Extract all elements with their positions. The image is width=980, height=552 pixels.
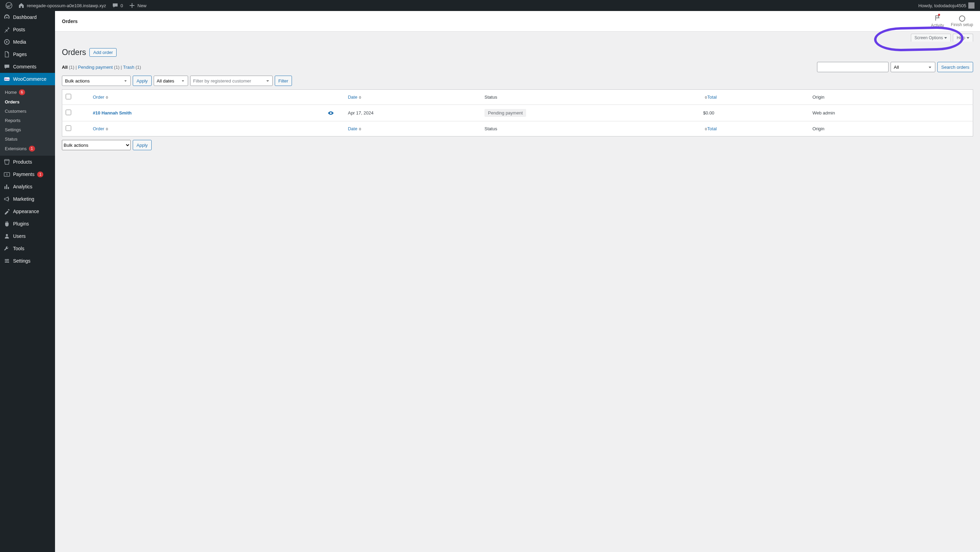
sort-icon: [705, 127, 707, 131]
menu-media[interactable]: Media: [0, 36, 55, 48]
menu-dashboard[interactable]: Dashboard: [0, 11, 55, 23]
svg-text:$: $: [6, 173, 8, 176]
menu-comments[interactable]: Comments: [0, 60, 55, 73]
sort-icon: [105, 127, 108, 131]
bulk-actions-select[interactable]: Bulk actions: [62, 76, 130, 86]
finish-setup-button[interactable]: Finish setup: [951, 16, 973, 27]
col-date[interactable]: Date: [345, 90, 481, 105]
admin-bar: renegade-opossum-a0e108.instawp.xyz 0 Ne…: [0, 0, 980, 11]
media-icon: [3, 38, 10, 45]
wp-logo[interactable]: [3, 0, 15, 11]
status-badge: Pending payment: [485, 109, 526, 117]
dates-select[interactable]: All dates: [154, 76, 188, 86]
search-orders-button[interactable]: Search orders: [937, 62, 973, 72]
new-label: New: [138, 3, 146, 8]
plus-icon: [129, 2, 135, 9]
menu-tools[interactable]: Tools: [0, 242, 55, 255]
help-tab[interactable]: Help: [953, 34, 973, 41]
filter-button[interactable]: Filter: [275, 76, 292, 86]
home-icon: [18, 2, 25, 9]
select-all-checkbox-footer[interactable]: [66, 125, 71, 131]
wc-header: Orders Activity Finish setup: [55, 11, 980, 32]
submenu-status[interactable]: Status: [0, 135, 55, 144]
woocommerce-icon: Woo: [3, 76, 10, 82]
menu-woocommerce[interactable]: Woo WooCommerce: [0, 73, 55, 85]
sort-icon: [105, 96, 108, 99]
wc-header-title: Orders: [62, 19, 78, 24]
page-icon: [3, 51, 10, 58]
col-total[interactable]: Total: [700, 90, 809, 105]
row-origin: Web admin: [809, 105, 973, 121]
col-date-footer[interactable]: Date: [345, 121, 481, 136]
site-link[interactable]: renegade-opossum-a0e108.instawp.xyz: [15, 0, 109, 11]
select-all-checkbox[interactable]: [66, 94, 71, 99]
col-order-footer[interactable]: Order: [89, 121, 345, 136]
tools-icon: [3, 245, 10, 252]
avatar: [968, 2, 975, 9]
wordpress-icon: [5, 2, 13, 9]
menu-marketing[interactable]: Marketing: [0, 193, 55, 205]
extensions-badge: 1: [29, 146, 35, 152]
search-scope-select[interactable]: All: [891, 62, 935, 72]
orders-table: Order Date Status Total Origin #10 Hanna…: [62, 89, 973, 136]
submenu-settings[interactable]: Settings: [0, 125, 55, 135]
col-status-footer: Status: [481, 121, 700, 136]
submenu-extensions[interactable]: Extensions 1: [0, 144, 55, 154]
submenu-reports[interactable]: Reports: [0, 116, 55, 125]
pin-icon: [3, 26, 10, 33]
dashboard-icon: [3, 14, 10, 21]
submenu-home[interactable]: Home 6: [0, 87, 55, 97]
add-order-button[interactable]: Add order: [89, 48, 116, 57]
svg-text:Woo: Woo: [4, 78, 9, 81]
screen-options-tab[interactable]: Screen Options: [911, 34, 951, 41]
home-badge: 6: [19, 89, 25, 95]
submenu-orders[interactable]: Orders: [0, 97, 55, 106]
col-total-footer[interactable]: Total: [700, 121, 809, 136]
search-input[interactable]: [817, 62, 889, 72]
menu-analytics[interactable]: Analytics: [0, 181, 55, 193]
page-title: Orders: [62, 48, 86, 57]
table-row[interactable]: #10 Hannah Smith Apr 17, 2024 Pending pa…: [62, 105, 973, 121]
my-account[interactable]: Howdy, tododadoju4505: [916, 0, 977, 11]
order-link[interactable]: #10 Hannah Smith: [93, 110, 132, 116]
svg-point-8: [6, 260, 7, 262]
filter-trash[interactable]: Trash: [123, 65, 134, 70]
menu-appearance[interactable]: Appearance: [0, 205, 55, 217]
apply-button-bottom[interactable]: Apply: [133, 140, 152, 150]
apply-button[interactable]: Apply: [133, 76, 152, 86]
analytics-icon: [3, 183, 10, 190]
menu-payments[interactable]: $ Payments 1: [0, 168, 55, 181]
customer-filter-select[interactable]: Filter by registered customer: [190, 76, 273, 86]
row-checkbox[interactable]: [66, 109, 71, 115]
products-icon: [3, 159, 10, 165]
col-origin: Origin: [809, 90, 973, 105]
col-order[interactable]: Order: [89, 90, 345, 105]
submenu-customers[interactable]: Customers: [0, 106, 55, 116]
menu-plugins[interactable]: Plugins: [0, 217, 55, 230]
menu-pages[interactable]: Pages: [0, 48, 55, 60]
site-name: renegade-opossum-a0e108.instawp.xyz: [27, 3, 106, 8]
content-area: Orders Activity Finish setup Screen Opti…: [55, 11, 980, 552]
preview-icon[interactable]: [327, 111, 334, 116]
sort-icon: [705, 96, 707, 99]
menu-settings[interactable]: Settings: [0, 255, 55, 267]
activity-button[interactable]: Activity: [931, 14, 944, 28]
chevron-down-icon: [967, 37, 969, 39]
bulk-actions-select-bottom[interactable]: Bulk actions: [62, 140, 130, 150]
appearance-icon: [3, 208, 10, 215]
admin-menu: Dashboard Posts Media Pages Comments Woo…: [0, 11, 55, 552]
menu-users[interactable]: Users: [0, 230, 55, 242]
sort-icon: [359, 96, 361, 99]
sort-icon: [359, 127, 361, 131]
payments-icon: $: [3, 171, 10, 178]
comments-link[interactable]: 0: [109, 0, 126, 11]
new-content[interactable]: New: [126, 0, 149, 11]
plugins-icon: [3, 220, 10, 227]
comment-icon: [112, 2, 119, 9]
menu-products[interactable]: Products: [0, 156, 55, 168]
row-date: Apr 17, 2024: [345, 105, 481, 121]
wc-submenu: Home 6 Orders Customers Reports Settings…: [0, 85, 55, 156]
filter-all[interactable]: All: [62, 65, 68, 70]
filter-pending[interactable]: Pending payment: [78, 65, 113, 70]
menu-posts[interactable]: Posts: [0, 23, 55, 36]
